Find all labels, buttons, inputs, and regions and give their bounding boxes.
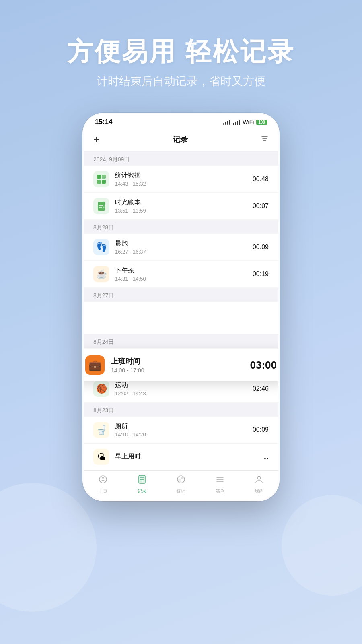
record-icon-stats bbox=[93, 171, 109, 187]
record-icon-toilet: 🚽 bbox=[93, 422, 109, 438]
signal-bar bbox=[229, 120, 230, 125]
record-icon-run: 👣 bbox=[93, 239, 109, 255]
floating-record-icon: 💼 bbox=[85, 355, 105, 375]
profile-icon bbox=[254, 475, 264, 487]
record-time: 16:27 - 16:37 bbox=[115, 249, 247, 255]
date-header-sep9: 2024, 9月09日 bbox=[84, 152, 278, 166]
record-duration: 00:48 bbox=[253, 175, 269, 183]
record-name: 时光账本 bbox=[115, 198, 247, 207]
record-name: 下午茶 bbox=[115, 266, 247, 275]
record-time: 14:43 - 15:32 bbox=[115, 181, 247, 187]
record-time: 14:10 - 14:20 bbox=[115, 431, 247, 438]
record-icon-exercise: 🏀 bbox=[93, 381, 109, 397]
svg-rect-5 bbox=[97, 180, 101, 184]
date-label: 8月24日 bbox=[93, 339, 114, 345]
nav-item-stats[interactable]: 统计 bbox=[162, 475, 201, 494]
status-time: 15:14 bbox=[95, 118, 112, 126]
svg-rect-7 bbox=[98, 202, 105, 211]
record-info: 运动 12:02 - 14:48 bbox=[115, 381, 247, 396]
record-time: 13:51 - 13:59 bbox=[115, 208, 247, 214]
signal-bar bbox=[237, 121, 238, 125]
date-header-aug23: 8月23日 bbox=[84, 402, 278, 417]
record-time: 12:02 - 14:48 bbox=[115, 390, 247, 396]
header-title: 方便易用 轻松记录 bbox=[0, 36, 362, 67]
nav-label-profile: 我的 bbox=[255, 488, 263, 494]
record-duration: 00:09 bbox=[253, 426, 269, 433]
header-subtitle: 计时结束后自动记录，省时又方便 bbox=[0, 74, 362, 89]
record-duration: 00:09 bbox=[253, 244, 269, 251]
floating-record[interactable]: 💼 上班时间 14:00 - 17:00 03:00 bbox=[82, 349, 280, 381]
record-item-partial[interactable]: 🌤 早上用时 ... bbox=[84, 444, 278, 470]
nav-item-list[interactable]: 清单 bbox=[200, 475, 239, 494]
date-header-aug28: 8月28日 bbox=[84, 220, 278, 234]
date-header-aug27: 8月27日 bbox=[84, 288, 278, 302]
stats-icon bbox=[176, 475, 186, 487]
date-label: 2024, 9月09日 bbox=[93, 156, 130, 163]
record-duration: 02:46 bbox=[253, 385, 269, 392]
svg-point-11 bbox=[99, 476, 107, 483]
nav-item-profile[interactable]: 我的 bbox=[239, 475, 278, 494]
app-header: + 记录 bbox=[84, 128, 278, 152]
record-name: 运动 bbox=[115, 381, 247, 390]
record-info: 下午茶 14:31 - 14:50 bbox=[115, 266, 247, 282]
record-name: 厕所 bbox=[115, 422, 247, 431]
nav-item-home[interactable]: 主页 bbox=[84, 475, 123, 494]
svg-rect-3 bbox=[97, 175, 101, 179]
phone-frame: 15:14 WiFi 100 bbox=[82, 113, 280, 501]
record-info: 厕所 14:10 - 14:20 bbox=[115, 422, 247, 438]
nav-label-list: 清单 bbox=[216, 488, 224, 494]
phone-mockup: 15:14 WiFi 100 bbox=[82, 113, 280, 501]
date-header-aug24: 8月24日 bbox=[84, 334, 278, 348]
record-info: 晨跑 16:27 - 16:37 bbox=[115, 239, 247, 255]
header-section: 方便易用 轻松记录 计时结束后自动记录，省时又方便 bbox=[0, 0, 362, 105]
floating-record-info: 上班时间 14:00 - 17:00 bbox=[111, 357, 244, 374]
record-icon-morning: 🌤 bbox=[93, 449, 109, 465]
date-label: 8月28日 bbox=[93, 224, 114, 231]
signal-bars-1 bbox=[223, 120, 230, 125]
floating-record-duration: 03:00 bbox=[250, 359, 277, 372]
signal-bar bbox=[225, 122, 226, 125]
home-icon bbox=[98, 475, 108, 487]
add-record-button[interactable]: + bbox=[93, 133, 99, 146]
record-item[interactable]: 🚽 厕所 14:10 - 14:20 00:09 bbox=[84, 417, 278, 444]
nav-item-records[interactable]: 记录 bbox=[123, 475, 162, 494]
spacer-for-float bbox=[84, 302, 278, 334]
wifi-icon: WiFi bbox=[243, 119, 254, 125]
record-info: 统计数据 14:43 - 15:32 bbox=[115, 171, 247, 187]
signal-bar bbox=[239, 120, 240, 125]
bg-decoration-2 bbox=[282, 495, 362, 596]
record-duration: 00:19 bbox=[253, 270, 269, 278]
date-label: 8月27日 bbox=[93, 292, 114, 299]
signal-bar bbox=[235, 122, 236, 125]
date-label: 8月23日 bbox=[93, 407, 114, 413]
record-item[interactable]: ☕ 下午茶 14:31 - 14:50 00:19 bbox=[84, 261, 278, 288]
status-bar: 15:14 WiFi 100 bbox=[84, 114, 278, 128]
svg-point-12 bbox=[102, 477, 104, 479]
record-info: 早上用时 bbox=[115, 452, 258, 462]
record-item[interactable]: 时光账本 13:51 - 13:59 00:07 bbox=[84, 193, 278, 220]
status-icons: WiFi 100 bbox=[223, 119, 267, 125]
record-icon-tea: ☕ bbox=[93, 266, 109, 282]
svg-point-22 bbox=[257, 476, 261, 479]
signal-bar bbox=[227, 121, 228, 125]
records-container: 2024, 9月09日 统计数据 14:43 - 15:32 bbox=[84, 152, 278, 470]
record-item[interactable]: 统计数据 14:43 - 15:32 00:48 bbox=[84, 166, 278, 193]
bottom-nav: 主页 记录 bbox=[84, 470, 278, 500]
signal-bar bbox=[233, 123, 234, 125]
battery-icon: 100 bbox=[256, 120, 267, 125]
nav-label-records: 记录 bbox=[138, 488, 146, 494]
page-title: 记录 bbox=[173, 134, 188, 145]
record-name: 晨跑 bbox=[115, 239, 247, 248]
filter-icon[interactable] bbox=[261, 134, 269, 144]
records-list: 2024, 9月09日 统计数据 14:43 - 15:32 bbox=[84, 152, 278, 470]
records-icon bbox=[137, 475, 147, 487]
record-duration: 00:07 bbox=[253, 202, 269, 210]
list-icon bbox=[215, 475, 225, 487]
record-item[interactable]: 👣 晨跑 16:27 - 16:37 00:09 bbox=[84, 234, 278, 261]
record-name: 早上用时 bbox=[115, 452, 258, 461]
bg-decoration-1 bbox=[0, 483, 97, 612]
record-icon-ledger bbox=[93, 198, 109, 214]
svg-rect-4 bbox=[102, 175, 106, 179]
svg-rect-6 bbox=[102, 180, 106, 184]
floating-record-name: 上班时间 bbox=[111, 357, 244, 366]
